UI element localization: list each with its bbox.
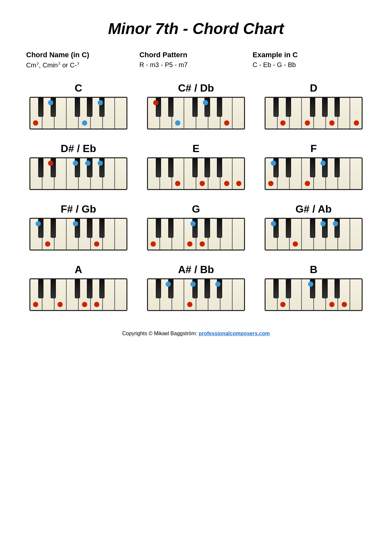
piano-C [29, 97, 127, 130]
chords-grid: C [20, 82, 372, 311]
chord-cell-Gsharp: G# / Ab [258, 203, 369, 251]
piano-A [29, 278, 127, 311]
chord-title-Csharp: C# / Db [178, 82, 214, 94]
chord-cell-B: B [258, 264, 369, 311]
chord-title-E: E [192, 143, 199, 155]
chord-cell-E: E [140, 143, 252, 190]
piano-D [265, 97, 363, 130]
chord-title-Fsharp: F# / Gb [61, 203, 96, 215]
example-value: C - Eb - G - Bb [253, 61, 366, 69]
info-row: Chord Name (in C) Cm⁷, Cmin⁷ or C-⁷ Chor… [20, 51, 372, 69]
chord-cell-Asharp: A# / Bb [140, 264, 252, 311]
chord-title-Dsharp: D# / Eb [61, 143, 96, 155]
footer: Copyrights © Mikael Baggström: professio… [20, 331, 372, 337]
chord-cell-C: C [23, 82, 134, 130]
piano-Csharp [147, 97, 245, 130]
chord-name-value: Cm⁷, Cmin⁷ or C-⁷ [26, 61, 139, 69]
chord-cell-G: G [140, 203, 252, 251]
example-col: Example in C C - Eb - G - Bb [253, 51, 366, 69]
chord-cell-Dsharp: D# / Eb [23, 143, 134, 190]
chord-pattern-label: Chord Pattern [139, 51, 253, 59]
chord-name-label: Chord Name (in C) [26, 51, 139, 59]
chord-cell-Fsharp: F# / Gb [23, 203, 134, 251]
chord-title-Gsharp: G# / Ab [296, 203, 332, 215]
piano-F [265, 157, 363, 190]
chord-title-Asharp: A# / Bb [178, 264, 214, 276]
chord-title-D: D [310, 82, 317, 94]
piano-Asharp [147, 278, 245, 311]
piano-Dsharp [29, 157, 127, 190]
chord-title-B: B [310, 264, 317, 276]
piano-E [147, 157, 245, 190]
chord-pattern-value: R - m3 - P5 - m7 [139, 61, 253, 69]
chord-pattern-col: Chord Pattern R - m3 - P5 - m7 [139, 51, 253, 69]
chord-cell-Csharp: C# / Db [140, 82, 252, 130]
footer-link[interactable]: professionalcomposers.com [199, 331, 270, 336]
chord-title-C: C [74, 82, 82, 94]
piano-Fsharp [29, 218, 127, 251]
chord-title-A: A [74, 264, 82, 276]
chord-title-G: G [192, 203, 200, 215]
chord-cell-F: F [258, 143, 369, 190]
example-label: Example in C [253, 51, 366, 59]
chord-cell-D: D [258, 82, 369, 130]
page-title: Minor 7th - Chord Chart [20, 20, 372, 38]
chord-cell-A: A [23, 264, 134, 311]
chord-title-F: F [310, 143, 317, 155]
piano-Gsharp [265, 218, 363, 251]
chord-name-col: Chord Name (in C) Cm⁷, Cmin⁷ or C-⁷ [26, 51, 139, 69]
piano-G [147, 218, 245, 251]
piano-B [265, 278, 363, 311]
footer-text: Copyrights © Mikael Baggström: [122, 331, 199, 336]
